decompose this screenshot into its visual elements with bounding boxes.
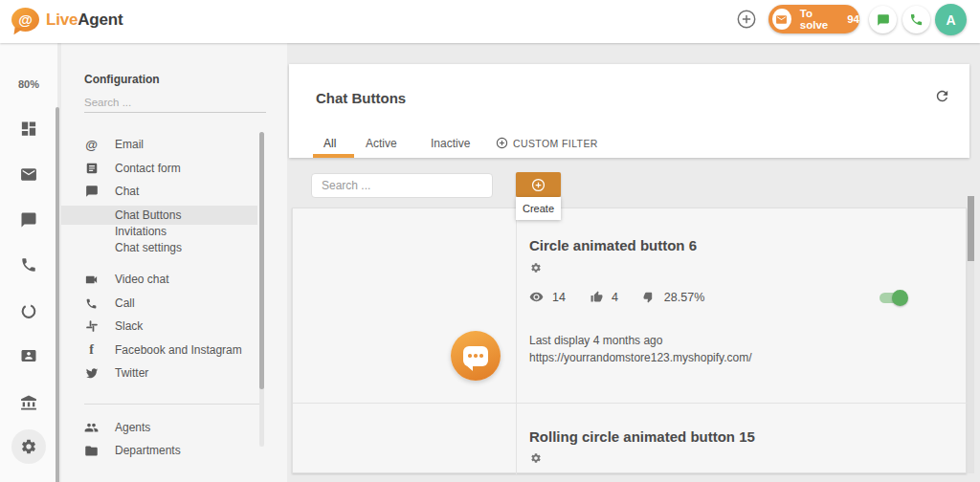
avatar-letter: A [946,12,955,28]
rail-customers-button[interactable] [20,347,37,364]
sidebar-scrollbar-thumb[interactable] [259,132,264,389]
form-icon [84,162,99,175]
refresh-button[interactable] [934,88,950,104]
refresh-icon [934,88,950,104]
rail-tickets-button[interactable] [20,165,38,184]
facebook-icon: f [84,342,99,358]
create-button[interactable] [516,172,561,197]
slack-icon [84,319,99,333]
plus-circle-icon [736,9,757,30]
views-eye-icon [529,290,544,304]
configuration-sidebar: Configuration @ Email Contact form Chat … [61,43,287,482]
sidebar-item-chat-settings[interactable]: Chat settings [61,238,287,257]
envelope-icon [772,9,791,30]
rail-academy-button[interactable] [20,393,38,411]
chat-icon [877,13,890,27]
to-solve-button[interactable]: To solve 94 [768,5,859,33]
bank-icon [20,393,38,411]
brand-bubble-icon: @ [11,8,39,32]
sidebar-item-label: Facebook and Instagram [115,343,242,357]
sidebar-title: Configuration [84,73,160,86]
row-settings-button[interactable] [530,262,542,274]
chat-bubble-icon [20,211,37,229]
gear-icon [530,262,542,274]
sidebar-divider [84,404,262,405]
tab-inactive[interactable]: Inactive [431,137,470,150]
tab-custom-filter[interactable]: CUSTOM FILTER [496,137,598,149]
sidebar-item-twitter[interactable]: Twitter [61,363,287,383]
sidebar-item-label: Chat Buttons [115,208,181,222]
dashboard-icon [20,120,38,138]
sidebar-item-departments[interactable]: Departments [61,441,287,460]
list-search-input[interactable] [311,173,493,198]
sidebar-item-label: Departments [115,444,181,457]
chat-button-title[interactable]: Rolling circle animated button 15 [529,428,755,445]
page-title: Chat Buttons [316,90,406,106]
gear-icon [530,452,542,464]
sidebar-item-label: Slack [115,319,143,333]
last-display-text: Last display 4 months ago [529,334,662,347]
sidebar-item-label: Contact form [115,162,181,175]
phone-icon [20,256,37,274]
chat-button-preview[interactable] [451,331,501,381]
row-settings-button[interactable] [530,452,542,464]
likes-count: 4 [612,291,618,304]
row-divider [293,403,968,404]
sidebar-item-email[interactable]: @ Email [61,135,287,154]
user-avatar[interactable]: A [935,4,967,35]
sidebar-item-slack[interactable]: Slack [61,317,287,336]
enabled-toggle[interactable] [880,293,906,303]
agents-icon [84,420,99,435]
sidebar-item-label: Email [115,138,144,151]
conversion-ratio: 28.57% [664,291,704,304]
top-bar: @ LiveAgent To solve 94 A [0,0,980,43]
thumb-up-icon [590,291,603,303]
sidebar-item-label: Twitter [115,366,148,380]
rail-scrollbar[interactable] [56,107,59,482]
sidebar-item-label: Video chat [115,273,169,286]
list-scrollbar-thumb[interactable] [968,196,974,261]
liveagent-logo[interactable]: @ LiveAgent [11,8,122,32]
icon-rail: 80% [0,43,57,482]
plus-circle-icon [531,178,546,192]
sidebar-item-call[interactable]: Call [61,294,287,313]
performance-percent[interactable]: 80% [18,78,39,90]
rail-chats-button[interactable] [20,211,37,229]
chats-button[interactable] [869,6,897,33]
thumb-down-icon [643,291,656,303]
create-tooltip: Create [516,197,561,220]
list-column-divider [516,208,517,474]
rail-dashboard-button[interactable] [20,120,38,138]
sidebar-item-contact-form[interactable]: Contact form [61,159,287,178]
video-camera-icon [84,273,99,287]
sidebar-item-video-chat[interactable]: Video chat [61,270,287,289]
rail-settings-button[interactable] [20,438,37,455]
sidebar-item-facebook-instagram[interactable]: f Facebook and Instagram [61,340,287,360]
add-new-button[interactable] [736,9,757,30]
button-url[interactable]: https://yourrandomstore123.myshopify.com… [529,351,752,364]
views-count: 14 [552,291,566,304]
page-header-card: Chat Buttons All Active Inactive CUSTOM … [289,64,969,158]
active-tab-indicator [313,154,354,158]
contact-card-icon [20,347,37,364]
brand-name: LiveAgent [46,11,122,30]
tab-all[interactable]: All [323,137,336,150]
chat-bubble-icon [84,185,99,198]
chat-button-title[interactable]: Circle animated button 6 [529,237,697,253]
sidebar-item-label: Chat settings [115,241,182,254]
chat-bubble-icon [463,346,488,366]
sidebar-item-agents[interactable]: Agents [61,418,287,437]
envelope-icon [20,165,38,184]
brand-at-glyph: @ [18,11,33,28]
sidebar-item-label: Call [115,296,135,310]
tab-active[interactable]: Active [366,137,397,150]
ring-icon [20,302,38,320]
twitter-icon [84,366,99,380]
sidebar-search-input[interactable] [84,92,266,113]
toggle-knob [892,290,908,306]
rail-ring-button[interactable] [20,302,38,320]
phone-icon [84,297,99,310]
rail-calls-button[interactable] [20,256,37,274]
calls-button[interactable] [902,6,930,33]
sidebar-item-chat[interactable]: Chat [61,182,287,201]
